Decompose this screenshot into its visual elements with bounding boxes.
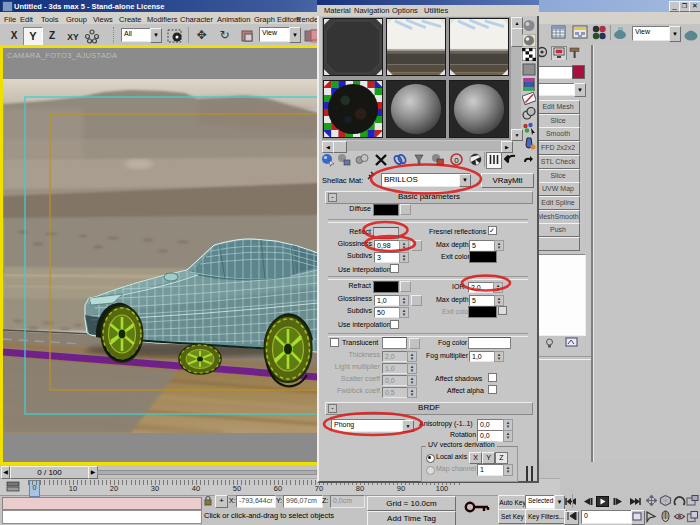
- svg-text:0: 0: [454, 156, 459, 165]
